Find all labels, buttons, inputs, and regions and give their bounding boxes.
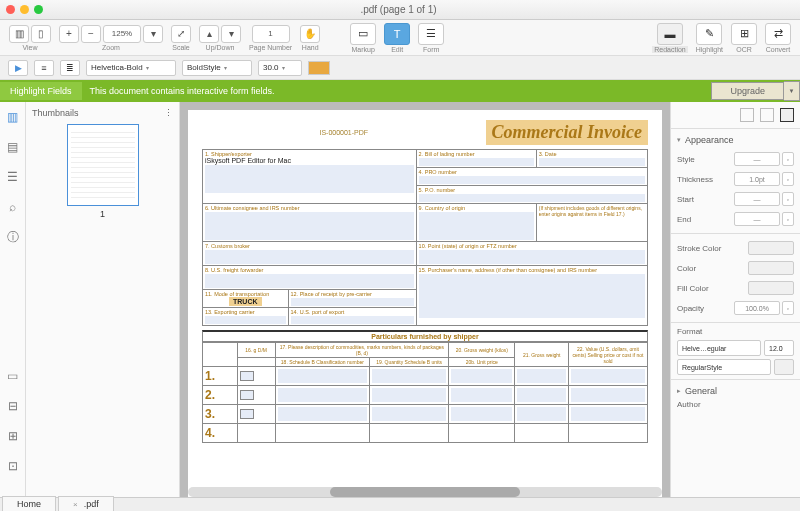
- upgrade-button[interactable]: Upgrade: [711, 82, 784, 100]
- convert-button[interactable]: ⇄: [765, 23, 791, 45]
- field-broker[interactable]: [205, 250, 414, 264]
- zoom-dropdown[interactable]: ▾: [143, 25, 163, 43]
- font-select[interactable]: Helvetica-Bold: [86, 60, 176, 76]
- field-receipt[interactable]: [291, 298, 414, 306]
- field-forwarder[interactable]: [205, 274, 414, 288]
- transport-mode[interactable]: TRUCK: [229, 297, 262, 306]
- format-font-select[interactable]: Helve…egular: [677, 340, 761, 356]
- shipper-value[interactable]: iSkysoft PDF Editor for Mac: [205, 157, 291, 164]
- cursor-tool[interactable]: ▶: [8, 60, 28, 76]
- view-label: View: [22, 44, 37, 51]
- search-icon[interactable]: ⌕: [6, 200, 20, 214]
- field-port[interactable]: [291, 316, 414, 324]
- fill-color-swatch[interactable]: [748, 281, 794, 295]
- format-style-select[interactable]: RegularStyle: [677, 359, 771, 375]
- page-number-label: Page Number: [249, 44, 292, 51]
- hand-tool-button[interactable]: ✋: [300, 25, 320, 43]
- general-section[interactable]: General: [677, 386, 794, 396]
- tab-document[interactable]: ×.pdf: [58, 496, 114, 511]
- format-color-swatch[interactable]: [774, 359, 794, 375]
- upgrade-dropdown[interactable]: ▼: [784, 81, 800, 101]
- hand-label: Hand: [302, 44, 319, 51]
- page-number-input[interactable]: 1: [252, 25, 290, 43]
- left-sidebar: ▥ ▤ ☰ ⌕ ⓘ ▭ ⊟ ⊞ ⊡: [0, 102, 26, 497]
- font-style-select[interactable]: BoldStyle: [182, 60, 252, 76]
- page-down-button[interactable]: ▾: [221, 25, 241, 43]
- field-date[interactable]: [539, 158, 645, 166]
- minimize-window-icon[interactable]: [20, 5, 29, 14]
- align-tool-1[interactable]: ≡: [34, 60, 54, 76]
- opacity-value[interactable]: 100.0%: [734, 301, 780, 315]
- align-tool-2[interactable]: ≣: [60, 60, 80, 76]
- item-check-1[interactable]: [240, 371, 254, 381]
- origin-note: (If shipment includes goods of different…: [539, 205, 642, 217]
- zoom-out-button[interactable]: −: [81, 25, 101, 43]
- thickness-stepper[interactable]: ◦: [782, 172, 794, 186]
- end-stepper[interactable]: ◦: [782, 212, 794, 226]
- style-control[interactable]: —: [734, 152, 780, 166]
- tool-d-icon[interactable]: ⊡: [6, 459, 20, 473]
- tab-home[interactable]: Home: [2, 496, 56, 511]
- highlight-button[interactable]: ✎: [696, 23, 722, 45]
- appearance-section[interactable]: Appearance: [677, 135, 794, 145]
- field-shipper[interactable]: [205, 165, 414, 193]
- outline-icon[interactable]: ☰: [6, 170, 20, 184]
- close-window-icon[interactable]: [6, 5, 15, 14]
- thumbnails-icon[interactable]: ▥: [6, 110, 20, 124]
- thumbnails-menu-icon[interactable]: ⋮: [164, 108, 173, 118]
- field-ftz[interactable]: [419, 250, 645, 264]
- format-size-select[interactable]: 12.0: [764, 340, 794, 356]
- markup-label: Markup: [352, 46, 375, 53]
- end-control[interactable]: —: [734, 212, 780, 226]
- item-check-3[interactable]: [240, 409, 254, 419]
- opacity-stepper[interactable]: ◦: [782, 301, 794, 315]
- bookmarks-icon[interactable]: ▤: [6, 140, 20, 154]
- field-pro[interactable]: [419, 176, 645, 184]
- view-thumbnails-button[interactable]: ▥: [9, 25, 29, 43]
- panel-view-3-icon[interactable]: [780, 108, 794, 122]
- zoom-window-icon[interactable]: [34, 5, 43, 14]
- view-single-button[interactable]: ▯: [31, 25, 51, 43]
- form-button[interactable]: ☰: [418, 23, 444, 45]
- markup-button[interactable]: ▭: [350, 23, 376, 45]
- style-stepper[interactable]: ◦: [782, 152, 794, 166]
- start-control[interactable]: —: [734, 192, 780, 206]
- panel-view-2-icon[interactable]: [760, 108, 774, 122]
- zoom-in-button[interactable]: +: [59, 25, 79, 43]
- color-swatch[interactable]: [748, 261, 794, 275]
- convert-label: Convert: [766, 46, 791, 53]
- page-thumbnail-1[interactable]: [67, 124, 139, 206]
- stroke-color-swatch[interactable]: [748, 241, 794, 255]
- pdf-page[interactable]: IS-000001-PDF Commercial Invoice 1. Ship…: [188, 110, 662, 497]
- properties-panel: Appearance Style—◦ Thickness1.0pt◦ Start…: [670, 102, 800, 497]
- doc-title: Commercial Invoice: [486, 120, 648, 145]
- tool-b-icon[interactable]: ⊟: [6, 399, 20, 413]
- redaction-button[interactable]: ▬: [657, 23, 683, 45]
- field-purchaser[interactable]: [419, 274, 645, 318]
- page-up-button[interactable]: ▴: [199, 25, 219, 43]
- field-origin[interactable]: [419, 212, 534, 240]
- color-swatch[interactable]: [308, 61, 330, 75]
- tool-a-icon[interactable]: ▭: [6, 369, 20, 383]
- highlight-label: Highlight: [696, 46, 723, 53]
- ocr-button[interactable]: ⊞: [731, 23, 757, 45]
- field-consignee[interactable]: [205, 212, 414, 240]
- thickness-value[interactable]: 1.0pt: [734, 172, 780, 186]
- font-size-select[interactable]: 30.0: [258, 60, 302, 76]
- panel-view-1-icon[interactable]: [740, 108, 754, 122]
- close-tab-icon[interactable]: ×: [73, 500, 78, 509]
- field-carrier[interactable]: [205, 316, 286, 324]
- highlight-fields-button[interactable]: Highlight Fields: [0, 82, 82, 100]
- scale-button[interactable]: ⤢: [171, 25, 191, 43]
- zoom-value[interactable]: 125%: [103, 25, 141, 43]
- field-po[interactable]: [419, 194, 645, 202]
- edit-button[interactable]: T: [384, 23, 410, 45]
- item-check-2[interactable]: [240, 390, 254, 400]
- tool-c-icon[interactable]: ⊞: [6, 429, 20, 443]
- scale-label: Scale: [172, 44, 190, 51]
- horizontal-scrollbar[interactable]: [188, 487, 662, 497]
- start-stepper[interactable]: ◦: [782, 192, 794, 206]
- info-icon[interactable]: ⓘ: [6, 230, 20, 244]
- field-bol[interactable]: [419, 158, 534, 166]
- edit-label: Edit: [391, 46, 403, 53]
